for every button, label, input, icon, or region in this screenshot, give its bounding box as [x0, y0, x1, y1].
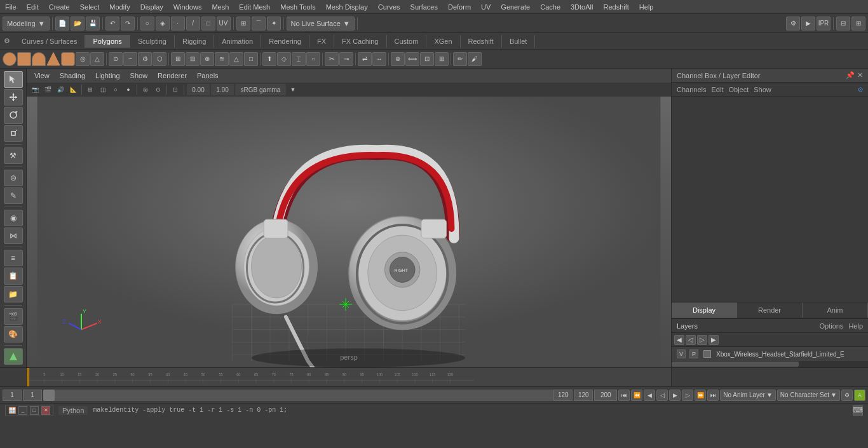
vp-srgb-display[interactable]: sRGB gamma	[235, 84, 286, 95]
multi-cut-icon[interactable]: ✂	[325, 52, 339, 66]
menu-display[interactable]: Display	[135, 2, 168, 12]
timeline-range-slider[interactable]: 120	[43, 390, 573, 401]
vp-grid-btn[interactable]: ⊞	[85, 84, 96, 95]
tab-fx[interactable]: FX	[309, 35, 334, 48]
snap-grid-button[interactable]: ⊞	[236, 17, 250, 31]
mirror-icon[interactable]: ⇌	[358, 52, 372, 66]
tab-animation[interactable]: Animation	[214, 35, 261, 48]
layer-prev2-btn[interactable]: ◁	[686, 335, 696, 345]
python-mode-label[interactable]: Python	[58, 406, 88, 415]
target-weld-icon[interactable]: ⊛	[391, 52, 405, 66]
settings-icon[interactable]: ⚙	[0, 33, 14, 50]
menu-generate[interactable]: Generate	[496, 2, 535, 12]
vp-camera-rot-value[interactable]: 0.00	[187, 84, 210, 95]
layer-v-indicator[interactable]: V	[677, 350, 686, 358]
redo-button[interactable]: ↷	[121, 17, 135, 31]
maximize-btn[interactable]: □	[30, 406, 39, 415]
last-used-tool[interactable]: ⚒	[4, 147, 23, 164]
script-editor-btn[interactable]: ⌨	[853, 405, 863, 416]
menu-mesh-tools[interactable]: Mesh Tools	[275, 2, 320, 12]
vp-colorspace-dropdown[interactable]: ▼	[287, 84, 299, 95]
render-button[interactable]: ▶	[801, 17, 815, 31]
play-back-btn[interactable]: ◁	[656, 390, 668, 401]
menu-cache[interactable]: Cache	[535, 2, 566, 12]
channel-orient-icon[interactable]: ⊙	[858, 86, 863, 93]
go-to-end-btn[interactable]: ⏭	[707, 390, 719, 401]
tab-polygons[interactable]: Polygons	[85, 35, 130, 48]
triangulate-icon[interactable]: △	[229, 52, 243, 66]
menu-help[interactable]: Help	[634, 2, 659, 12]
tab-custom[interactable]: Custom	[387, 35, 427, 48]
channel-sub-object[interactable]: Object	[728, 86, 749, 93]
timeline-ruler[interactable]: 1 5 10 15 20 25 30 35 40	[27, 368, 671, 386]
cylinder-icon[interactable]	[32, 52, 46, 66]
tab-xgen[interactable]: XGen	[426, 35, 460, 48]
layer-hscroll[interactable]	[672, 361, 868, 367]
tab-bullet[interactable]: Bullet	[502, 35, 536, 48]
menu-3dtoa[interactable]: 3DtoAll	[566, 2, 598, 12]
layers-help[interactable]: Help	[848, 322, 863, 330]
viewport-menu-renderer[interactable]: Renderer	[155, 71, 189, 81]
gear-shelf-icon[interactable]: ⚙	[138, 52, 152, 66]
maya-logo[interactable]	[4, 348, 23, 365]
layers-options[interactable]: Options	[819, 322, 843, 330]
tab-render[interactable]: Render	[737, 302, 803, 318]
move-tool[interactable]	[4, 89, 23, 105]
vp-wireframe-btn[interactable]: ◫	[97, 84, 109, 95]
slide-edge-icon[interactable]: ⟺	[405, 52, 419, 66]
step-fwd-btn[interactable]: ⏩	[695, 390, 706, 401]
sculpt-icon[interactable]: ✏	[453, 52, 467, 66]
close-btn[interactable]: ✕	[41, 406, 50, 415]
layer-color-swatch[interactable]	[703, 350, 711, 358]
snap-point-button[interactable]: ✦	[267, 17, 281, 31]
vp-camera-btn[interactable]: 📷	[29, 84, 41, 95]
step-back-btn[interactable]: ⏪	[631, 390, 642, 401]
tab-curves-surfaces[interactable]: Curves / Surfaces	[14, 35, 85, 48]
go-to-start-btn[interactable]: ⏮	[618, 390, 630, 401]
vp-shade-btn[interactable]: ●	[123, 84, 134, 95]
smooth-icon[interactable]: ≋	[215, 52, 229, 66]
vp-snap-toggle[interactable]: ⊡	[170, 84, 181, 95]
paint-icon[interactable]: 🖌	[468, 52, 482, 66]
connect-icon[interactable]: ⊸	[339, 52, 353, 66]
menu-file[interactable]: File	[0, 2, 22, 12]
vp-smooth-btn[interactable]: ○	[110, 84, 121, 95]
cube-icon[interactable]	[17, 52, 31, 66]
channel-box-pin-icon[interactable]: 📌	[846, 71, 855, 79]
menu-mesh[interactable]: Mesh	[207, 2, 234, 12]
vp-audio-btn[interactable]: 🔊	[55, 84, 66, 95]
vp-isolate-btn[interactable]: ⊙	[153, 84, 164, 95]
channel-sub-edit[interactable]: Edit	[711, 86, 723, 93]
select-object-button[interactable]: ○	[140, 17, 154, 31]
playback-settings-btn[interactable]: ⚙	[841, 390, 853, 401]
menu-windows[interactable]: Windows	[168, 2, 207, 12]
tab-sculpting[interactable]: Sculpting	[130, 35, 175, 48]
select-tool[interactable]	[4, 71, 23, 88]
menu-edit[interactable]: Edit	[22, 2, 44, 12]
tab-display[interactable]: Display	[672, 302, 737, 318]
menu-create[interactable]: Create	[44, 2, 75, 12]
select-vertex-button[interactable]: ·	[171, 17, 185, 31]
select-edge-button[interactable]: /	[186, 17, 200, 31]
menu-uv[interactable]: UV	[476, 2, 496, 12]
viewport-menu-show[interactable]: Show	[128, 71, 151, 81]
tab-anim[interactable]: Anim	[803, 302, 868, 318]
ipr-button[interactable]: IPR	[817, 17, 831, 31]
select-component-button[interactable]: ◈	[156, 17, 170, 31]
channel-sub-channels[interactable]: Channels	[677, 86, 706, 93]
insert-loop-icon[interactable]: ⊞	[435, 52, 449, 66]
menu-surfaces[interactable]: Surfaces	[405, 2, 443, 12]
vp-film-btn[interactable]: 🎬	[42, 84, 53, 95]
torus-icon[interactable]: ◎	[76, 52, 90, 66]
frame-start-field[interactable]: 1	[3, 390, 22, 401]
save-file-button[interactable]: 💾	[86, 17, 100, 31]
range-start-handle[interactable]	[43, 390, 55, 401]
attr-editor[interactable]: 📋	[4, 268, 23, 284]
fill-hole-icon[interactable]: ○	[306, 52, 320, 66]
soft-select[interactable]: ◉	[4, 210, 23, 226]
snap-curve-button[interactable]: ⌒	[252, 17, 266, 31]
window-controls[interactable]: 🪟 _ □ ✕	[5, 405, 53, 416]
render-settings-button[interactable]: ⚙	[786, 17, 800, 31]
next-frame-btn[interactable]: ▷	[682, 390, 693, 401]
mirror2-icon[interactable]: ↔	[372, 52, 386, 66]
